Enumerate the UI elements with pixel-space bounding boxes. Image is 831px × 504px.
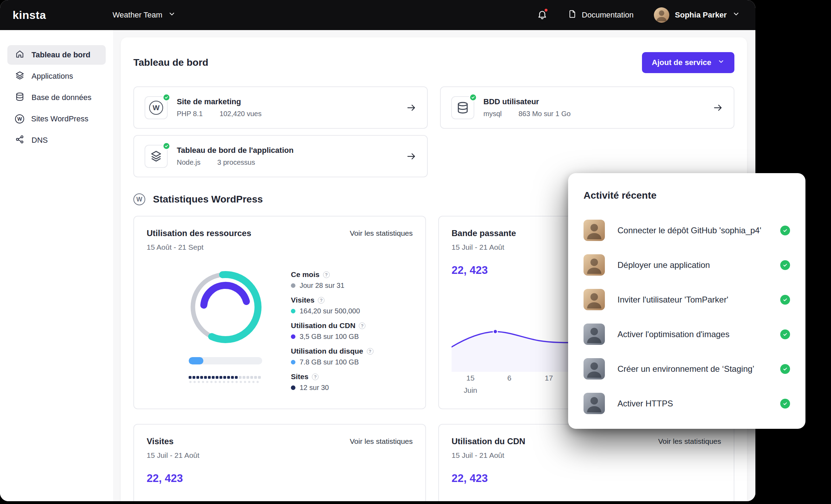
activity-item: Créer un environnement de ‘Staging’ bbox=[584, 352, 790, 386]
x-tick: 15 bbox=[466, 374, 474, 382]
service-stat: 863 Mo sur 1 Go bbox=[518, 110, 571, 118]
resources-donut-chart bbox=[189, 270, 262, 398]
card-title: Utilisation du CDN bbox=[452, 436, 525, 446]
avatar bbox=[584, 393, 605, 414]
avatar bbox=[584, 324, 605, 345]
notifications-button[interactable] bbox=[537, 9, 547, 21]
home-icon bbox=[15, 49, 25, 61]
card-title: Visites bbox=[147, 436, 174, 446]
service-cards: W Site de marketing PHP 8.1 102,420 vues bbox=[133, 86, 734, 177]
sidebar-item-wordpress-sites[interactable]: W Sites WordPress bbox=[7, 109, 106, 129]
wordpress-icon: W bbox=[145, 96, 168, 119]
sidebar-item-applications[interactable]: Applications bbox=[7, 66, 106, 86]
date-range: 15 Juil - 21 Août bbox=[452, 451, 721, 460]
check-badge bbox=[780, 295, 790, 305]
arrow-right-icon bbox=[406, 151, 417, 162]
avatar bbox=[584, 220, 605, 241]
legend-dot bbox=[291, 385, 295, 390]
legend-label: Ce mois bbox=[291, 270, 320, 279]
service-name: Site de marketing bbox=[177, 97, 261, 106]
service-stat: 3 processus bbox=[217, 158, 255, 166]
view-stats-link[interactable]: Voir les statistiques bbox=[350, 229, 413, 237]
wordpress-icon: W bbox=[15, 114, 24, 123]
x-tick: 17 bbox=[545, 374, 553, 382]
visits-value: 22, 423 bbox=[147, 472, 413, 485]
help-icon[interactable]: ? bbox=[312, 374, 319, 380]
sidebar-item-label: Base de données bbox=[32, 93, 91, 102]
documentation-label: Documentation bbox=[582, 10, 634, 20]
user-menu[interactable]: Sophia Parker bbox=[654, 7, 740, 23]
service-card-user-db[interactable]: BDD utilisateur mysql 863 Mo sur 1 Go bbox=[440, 86, 734, 129]
service-card-app-dashboard[interactable]: Tableau de bord de l'application Node.js… bbox=[133, 135, 428, 177]
section-title: Statistiques WordPress bbox=[153, 194, 263, 205]
chevron-down-icon bbox=[718, 58, 725, 67]
notification-dot bbox=[544, 8, 548, 12]
sidebar-item-databases[interactable]: Base de données bbox=[7, 88, 106, 107]
legend-dot bbox=[291, 309, 295, 313]
service-runtime: mysql bbox=[483, 110, 502, 118]
activity-text: Activer HTTPS bbox=[617, 399, 673, 409]
wordpress-icon: W bbox=[133, 193, 145, 205]
legend-dot bbox=[291, 334, 295, 339]
team-name: Weather Team bbox=[112, 10, 162, 20]
activity-text: Créer un environnement de ‘Staging’ bbox=[617, 364, 754, 374]
sidebar: Tableau de bord Applications Base de don… bbox=[0, 30, 113, 501]
service-name: Tableau de bord de l'application bbox=[177, 146, 294, 155]
cdn-value: 22, 423 bbox=[452, 472, 721, 485]
document-icon bbox=[568, 9, 577, 21]
sidebar-item-label: Tableau de bord bbox=[32, 50, 90, 59]
view-stats-link[interactable]: Voir les statistiques bbox=[350, 437, 413, 446]
sidebar-item-label: Sites WordPress bbox=[31, 114, 88, 123]
legend-item: Utilisation du CDN? 3,5 GB sur 100 GB bbox=[291, 321, 373, 341]
arrow-right-icon bbox=[713, 102, 723, 113]
service-card-marketing-site[interactable]: W Site de marketing PHP 8.1 102,420 vues bbox=[133, 86, 428, 129]
date-range: 15 Juil - 21 Août bbox=[147, 451, 413, 460]
legend-dot bbox=[291, 360, 295, 364]
date-range: 15 Août - 21 Sept bbox=[147, 243, 413, 251]
activity-item: Déployer une application bbox=[584, 248, 790, 282]
activity-text: Inviter l'utilisateur 'TomParker' bbox=[617, 295, 728, 305]
help-icon[interactable]: ? bbox=[318, 297, 324, 304]
documentation-link[interactable]: Documentation bbox=[568, 9, 634, 21]
legend-label: Utilisation du CDN bbox=[291, 321, 355, 330]
check-badge bbox=[780, 364, 790, 374]
help-icon[interactable]: ? bbox=[367, 348, 373, 355]
recent-activity-panel: Activité récente Connecter le dépôt GitH… bbox=[568, 173, 805, 429]
service-name: BDD utilisateur bbox=[483, 97, 571, 106]
legend-dot bbox=[291, 283, 295, 288]
add-service-button[interactable]: Ajout de service bbox=[642, 52, 734, 73]
x-tick: 6 bbox=[507, 374, 511, 382]
check-badge bbox=[780, 399, 790, 409]
user-name: Sophia Parker bbox=[675, 10, 727, 20]
team-selector[interactable]: Weather Team bbox=[112, 10, 175, 20]
sidebar-item-dashboard[interactable]: Tableau de bord bbox=[7, 45, 106, 65]
cdn-card: Utilisation du CDN Voir les statistiques… bbox=[438, 424, 734, 501]
topbar-actions: Documentation Sophia Parker bbox=[537, 7, 740, 23]
help-icon[interactable]: ? bbox=[323, 271, 330, 278]
sidebar-item-dns[interactable]: DNS bbox=[7, 130, 106, 150]
chevron-down-icon bbox=[732, 10, 740, 20]
view-stats-link[interactable]: Voir les statistiques bbox=[658, 437, 721, 446]
activity-text: Activer l'optimisation d'images bbox=[617, 329, 729, 339]
sites-usage-dots-secondary bbox=[189, 381, 262, 383]
legend-value: 7.8 GB sur 100 GB bbox=[300, 358, 359, 366]
check-badge bbox=[780, 226, 790, 235]
chevron-down-icon bbox=[168, 10, 176, 20]
service-info: BDD utilisateur mysql 863 Mo sur 1 Go bbox=[483, 97, 571, 118]
sites-usage-dots bbox=[189, 376, 262, 379]
page-title: Tableau de bord bbox=[133, 57, 208, 68]
card-title: Utilisation des ressources bbox=[147, 228, 251, 238]
sidebar-item-label: Applications bbox=[32, 72, 73, 81]
service-info: Site de marketing PHP 8.1 102,420 vues bbox=[177, 97, 261, 118]
check-badge bbox=[780, 329, 790, 339]
help-icon[interactable]: ? bbox=[359, 322, 365, 329]
disk-progress-bar bbox=[189, 357, 262, 364]
status-ok-badge bbox=[162, 93, 170, 101]
legend-label: Visites bbox=[291, 296, 314, 304]
legend-value: 3,5 GB sur 100 GB bbox=[300, 333, 359, 341]
legend-value: 164,20 sur 500,000 bbox=[300, 307, 360, 315]
activity-item: Activer HTTPS bbox=[584, 386, 790, 421]
legend-label: Utilisation du disque bbox=[291, 347, 363, 355]
service-info: Tableau de bord de l'application Node.js… bbox=[177, 146, 294, 166]
legend-value: Jour 28 sur 31 bbox=[300, 282, 344, 290]
